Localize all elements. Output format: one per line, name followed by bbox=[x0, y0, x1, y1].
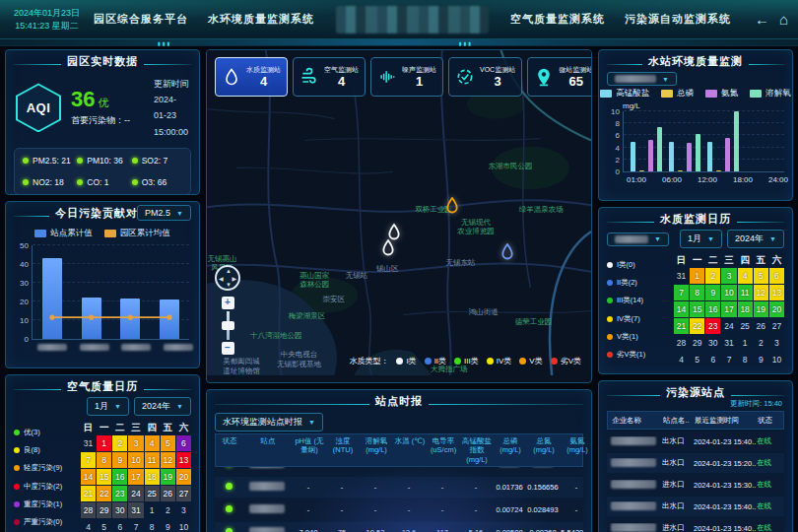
bar[interactable] bbox=[657, 127, 662, 171]
calendar-day[interactable]: 14 bbox=[674, 301, 689, 317]
legend-item[interactable]: 园区累计均值 bbox=[104, 228, 170, 239]
calendar-day[interactable]: 8 bbox=[145, 519, 160, 532]
calendar-day[interactable]: 29 bbox=[690, 335, 704, 351]
calendar-day[interactable]: 7 bbox=[128, 519, 143, 532]
station-filter-button[interactable]: VOC监测站3 bbox=[448, 57, 522, 97]
calendar-day[interactable]: 16 bbox=[112, 469, 127, 485]
report-type-select[interactable]: 水环境监测站点时报▼ bbox=[215, 413, 323, 432]
calendar-day[interactable]: 9 bbox=[754, 352, 768, 367]
legend-item[interactable]: 溶解氧 bbox=[750, 88, 791, 100]
calendar-day[interactable]: 2 bbox=[112, 435, 127, 451]
bar[interactable] bbox=[631, 142, 635, 172]
calendar-day[interactable]: 5 bbox=[97, 519, 111, 532]
calendar-day[interactable]: 10 bbox=[176, 519, 191, 532]
calendar-day[interactable]: 4 bbox=[145, 435, 160, 451]
nav-pollution-system[interactable]: 污染源自动监测系统 bbox=[615, 8, 741, 31]
calendar-day[interactable]: 22 bbox=[690, 318, 704, 334]
legend-item[interactable]: 高锰酸盐 bbox=[600, 88, 649, 100]
calendar-day[interactable]: 10 bbox=[721, 285, 736, 300]
calendar-day[interactable]: 17 bbox=[721, 301, 736, 317]
table-row[interactable]: -------- bbox=[215, 467, 583, 475]
calendar-day[interactable]: 7 bbox=[674, 285, 689, 300]
calendar-day[interactable]: 23 bbox=[705, 318, 720, 334]
calendar-day[interactable]: 4 bbox=[674, 352, 689, 367]
calendar-day[interactable]: 13 bbox=[176, 452, 191, 468]
water-station-marker[interactable] bbox=[445, 197, 458, 218]
table-row[interactable]: 7.9487510.5213.61175.160.005880.002685.5… bbox=[215, 522, 583, 532]
calendar-day[interactable]: 8 bbox=[97, 452, 111, 468]
bar[interactable] bbox=[639, 170, 644, 171]
station-filter-button[interactable]: 噪声监测站1 bbox=[370, 57, 443, 97]
calendar-day[interactable]: 27 bbox=[769, 318, 784, 334]
water-station-marker[interactable] bbox=[382, 239, 395, 260]
calendar-day[interactable]: 2 bbox=[705, 268, 720, 284]
nav-park-platform[interactable]: 园区综合服务平台 bbox=[84, 8, 198, 31]
month-select[interactable]: 1月▼ bbox=[87, 397, 129, 416]
bar[interactable] bbox=[678, 170, 683, 171]
calendar-day[interactable]: 12 bbox=[754, 285, 768, 300]
calendar-day[interactable]: 31 bbox=[674, 268, 689, 284]
table-row[interactable]: ------0.007240.028493-- bbox=[215, 499, 583, 520]
calendar-day[interactable]: 6 bbox=[112, 519, 127, 532]
calendar-day[interactable]: 19 bbox=[754, 301, 768, 317]
calendar-station-select[interactable]: ▼ bbox=[607, 233, 669, 246]
nav-air-system[interactable]: 空气质量监测系统 bbox=[500, 8, 615, 31]
station-filter-button[interactable]: 水质监测站4 bbox=[215, 57, 288, 97]
calendar-day[interactable]: 31 bbox=[128, 502, 143, 518]
bar[interactable] bbox=[669, 142, 674, 172]
month-select[interactable]: 1月▼ bbox=[680, 230, 722, 248]
calendar-day[interactable]: 26 bbox=[161, 486, 175, 501]
table-row[interactable]: 进水口2024-01-23 15:30..在线 bbox=[607, 475, 784, 495]
calendar-day[interactable]: 14 bbox=[81, 469, 96, 485]
bar[interactable] bbox=[734, 111, 739, 171]
nav-water-system[interactable]: 水环境质量监测系统 bbox=[198, 8, 324, 31]
calendar-day[interactable]: 31 bbox=[81, 435, 96, 451]
station-filter-button[interactable]: 微站监测站65 bbox=[527, 57, 592, 97]
calendar-day[interactable]: 15 bbox=[97, 469, 111, 485]
zoom-track[interactable] bbox=[227, 311, 230, 340]
home-icon[interactable]: ⌂ bbox=[779, 12, 788, 27]
calendar-day[interactable]: 25 bbox=[738, 318, 753, 334]
calendar-day[interactable]: 12 bbox=[161, 452, 175, 468]
calendar-day[interactable]: 26 bbox=[754, 318, 768, 334]
calendar-day[interactable]: 23 bbox=[112, 486, 127, 501]
calendar-day[interactable]: 8 bbox=[690, 285, 704, 300]
calendar-day[interactable]: 1 bbox=[690, 268, 704, 284]
calendar-day[interactable]: 1 bbox=[145, 502, 160, 518]
calendar-day[interactable]: 30 bbox=[112, 502, 127, 518]
legend-item[interactable]: 站点累计值 bbox=[34, 228, 93, 239]
calendar-day[interactable]: 21 bbox=[674, 318, 689, 334]
calendar-day[interactable]: 20 bbox=[176, 469, 191, 485]
calendar-day[interactable]: 29 bbox=[97, 502, 111, 518]
table-row[interactable]: 出水口2024-01-23 15:40..在线 bbox=[607, 497, 784, 516]
calendar-day[interactable]: 28 bbox=[81, 502, 96, 518]
calendar-day[interactable]: 3 bbox=[176, 502, 191, 518]
calendar-day[interactable]: 4 bbox=[738, 268, 753, 284]
map-container[interactable]: 水质监测站4空气监测站4噪声监测站1VOC监测站3微站监测站65污染源监测站6 … bbox=[206, 49, 592, 383]
calendar-day[interactable]: 6 bbox=[769, 268, 784, 284]
bar[interactable] bbox=[687, 143, 692, 171]
calendar-day[interactable]: 30 bbox=[705, 335, 720, 351]
calendar-day[interactable]: 9 bbox=[161, 519, 175, 532]
calendar-day[interactable]: 5 bbox=[690, 352, 704, 367]
station-filter-button[interactable]: 空气监测站4 bbox=[293, 57, 366, 97]
zoom-in-button[interactable]: + bbox=[222, 297, 234, 309]
bar[interactable] bbox=[716, 170, 721, 171]
table-row[interactable]: 出水口2024-01-23 15:40..在线 bbox=[607, 432, 784, 451]
year-select[interactable]: 2024年▼ bbox=[134, 397, 191, 416]
calendar-day[interactable]: 20 bbox=[769, 301, 784, 317]
calendar-day[interactable]: 28 bbox=[674, 335, 689, 351]
calendar-day[interactable]: 8 bbox=[738, 352, 753, 367]
calendar-day[interactable]: 11 bbox=[738, 285, 753, 300]
water-station-marker[interactable] bbox=[500, 243, 513, 264]
calendar-day[interactable]: 5 bbox=[161, 435, 175, 451]
calendar-day[interactable]: 13 bbox=[769, 285, 784, 300]
table-row[interactable]: 进水口2024-01-23 15:40..在线 bbox=[607, 518, 784, 532]
bar[interactable] bbox=[707, 142, 712, 171]
calendar-day[interactable]: 1 bbox=[97, 435, 111, 451]
calendar-day[interactable]: 3 bbox=[721, 268, 736, 284]
calendar-day[interactable]: 11 bbox=[145, 452, 160, 468]
calendar-day[interactable]: 7 bbox=[721, 352, 736, 367]
table-row[interactable]: 出水口2024-01-23 15:20..在线 bbox=[607, 453, 784, 473]
zoom-out-button[interactable]: − bbox=[222, 342, 234, 355]
